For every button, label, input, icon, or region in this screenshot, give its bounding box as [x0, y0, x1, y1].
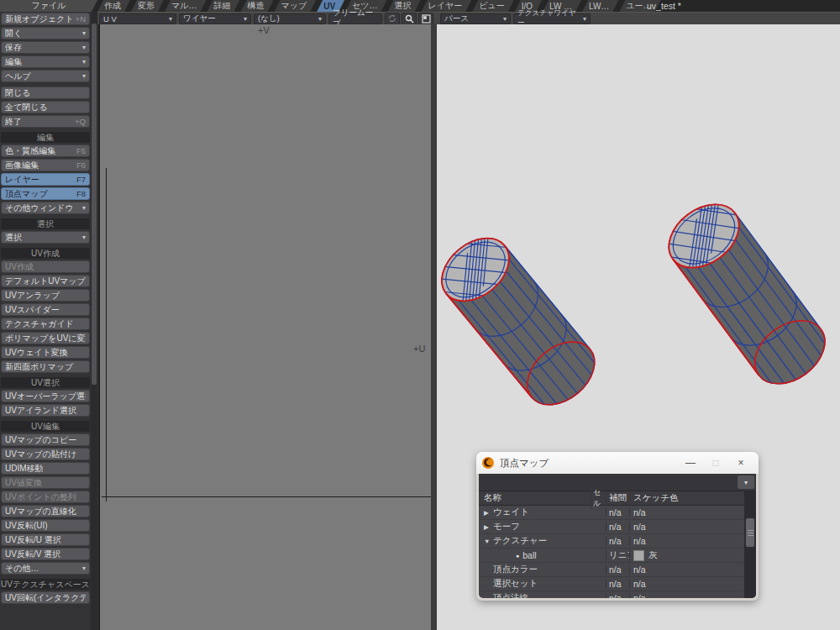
menu-tab[interactable]: レイヤー: [422, 0, 472, 12]
sidebar-item[interactable]: UVアンラップ: [1, 289, 90, 302]
sidebar-item-label: 頂点マップ: [5, 188, 75, 200]
vertex-map-scroll-thumb[interactable]: [746, 518, 754, 547]
layer-icon[interactable]: [418, 13, 433, 25]
sidebar-item[interactable]: UDIM移動: [1, 462, 90, 475]
column-header-name[interactable]: 名称: [479, 492, 591, 504]
sidebar-item[interactable]: その他ウィンドウ▾: [1, 202, 90, 214]
sidebar-item[interactable]: UV反転/V 選択: [1, 548, 90, 560]
viewport-divider[interactable]: [431, 24, 437, 630]
texture-wire-dropdown[interactable]: テクスチャワイヤー ▾: [513, 13, 591, 24]
menu-tab[interactable]: 構造: [240, 0, 273, 12]
sidebar-item[interactable]: UVマップのコピー: [1, 433, 90, 446]
sidebar-item[interactable]: 新四面ポリマップ: [1, 360, 90, 373]
magnifier-icon[interactable]: [402, 13, 417, 25]
vertex-map-scrollbar[interactable]: [744, 491, 756, 598]
freemove-button[interactable]: フリームーブ: [328, 13, 382, 24]
chevron-down-icon: ▾: [503, 15, 507, 23]
sidebar-item[interactable]: ポリマップをUVに変換: [1, 332, 90, 344]
table-row[interactable]: ▼テクスチャーn/an/a: [479, 534, 744, 549]
chevron-collapsed-icon[interactable]: ▶: [484, 509, 493, 517]
column-header-interp[interactable]: 補間: [606, 492, 629, 504]
menu-tab[interactable]: ビュー: [472, 0, 513, 12]
sidebar-item[interactable]: 終了+Q: [1, 115, 90, 128]
table-row[interactable]: ●ballリニア灰: [479, 549, 744, 563]
view-mode-dropdown[interactable]: U V ▾: [99, 13, 176, 24]
image-value: (なし): [258, 13, 280, 24]
sidebar-item[interactable]: 開く▾: [1, 27, 90, 39]
sidebar-item[interactable]: 頂点マップF8: [1, 187, 90, 200]
menu-tab[interactable]: マル…: [165, 0, 206, 12]
sidebar-item-label: UV値変換: [5, 477, 86, 489]
menu-tab[interactable]: 詳細: [207, 0, 239, 12]
row-name-label: 頂点法線: [493, 592, 528, 598]
sync-icon[interactable]: [385, 13, 400, 25]
minimize-icon[interactable]: —: [678, 454, 703, 471]
wireframe-dropdown[interactable]: ワイヤー ▾: [179, 13, 251, 24]
wireframe-value: ワイヤー: [183, 13, 216, 24]
uv-viewport[interactable]: +V +U: [98, 24, 433, 630]
chevron-down-icon: ▾: [82, 564, 86, 572]
color-swatch[interactable]: [633, 550, 644, 561]
sidebar-item[interactable]: その他…▾: [1, 562, 90, 575]
sidebar-item[interactable]: デフォルトUVマップ設定: [1, 275, 90, 287]
vertex-map-window[interactable]: 頂点マップ — □ × ▾ 名称 セル 補間 スケッチ色 ▶ウェイトn/an/a…: [476, 452, 759, 601]
column-header-sketch[interactable]: スケッチ色: [629, 492, 744, 504]
sidebar-item[interactable]: 編集▾: [1, 55, 90, 68]
sidebar-group-header: UVテクスチャスペース: [1, 579, 90, 590]
close-icon[interactable]: ×: [728, 454, 753, 471]
sidebar-scroll-thumb[interactable]: [92, 24, 97, 385]
sidebar-group: 選択選択▾: [1, 218, 90, 244]
table-row[interactable]: ▶ウェイトn/an/a: [479, 506, 744, 520]
sidebar-item[interactable]: 画像編集F6: [1, 159, 90, 171]
menu-tab-file[interactable]: ファイル: [0, 0, 97, 12]
bullet-icon: ●: [516, 553, 519, 559]
menu-tab[interactable]: マップ: [274, 0, 316, 12]
table-row[interactable]: ▶モーフn/an/a: [479, 520, 744, 534]
menu-tab[interactable]: LW…: [582, 0, 618, 12]
chevron-expanded-icon[interactable]: ▼: [484, 538, 493, 545]
sidebar-item: UVポイントの整列: [1, 491, 90, 503]
row-sketch-label: n/a: [633, 579, 646, 589]
sidebar-item[interactable]: UVウェイト変換: [1, 346, 90, 359]
sidebar-item[interactable]: UV反転/U 選択: [1, 533, 90, 546]
sidebar-group: UV編集UVマップのコピーUVマップの貼付けUDIM移動UV値変換UVポイントの…: [1, 421, 90, 575]
maximize-icon[interactable]: □: [703, 454, 728, 471]
menu-tab[interactable]: 変形: [131, 0, 164, 12]
sidebar-item[interactable]: UV回転(インタラクティブ): [1, 591, 90, 604]
sidebar-item[interactable]: 閉じる: [1, 87, 90, 99]
vertex-map-dropdown-button[interactable]: ▾: [738, 475, 754, 489]
sidebar-item-label: ヘルプ: [5, 71, 81, 82]
sidebar-item: UV値変換: [1, 476, 90, 489]
sidebar-scrollbar[interactable]: [91, 12, 97, 630]
sidebar-item[interactable]: UVアイランド選択: [1, 404, 90, 417]
sidebar-item[interactable]: UVマップの貼付け: [1, 448, 90, 460]
sidebar-item[interactable]: 保存▾: [1, 41, 90, 54]
sidebar-item[interactable]: テクスチャガイド: [1, 318, 90, 330]
menu-tab[interactable]: 作成: [97, 0, 130, 12]
vertex-map-body: ▾ 名称 セル 補間 スケッチ色 ▶ウェイトn/an/a▶モーフn/an/a▼テ…: [479, 474, 756, 598]
sidebar-item[interactable]: UVスパイダー: [1, 303, 90, 316]
sidebar-item-label: UV反転/U 選択: [5, 534, 86, 546]
sidebar-item[interactable]: UV反転(UI): [1, 519, 90, 532]
sidebar-item[interactable]: 選択▾: [1, 231, 90, 244]
sidebar-item-label: 開く: [5, 28, 81, 39]
shortcut-label: +N: [76, 14, 86, 24]
row-interp-cell: n/a: [606, 536, 629, 546]
row-name-label: テクスチャー: [493, 535, 547, 547]
sidebar-item[interactable]: 色・質感編集F5: [1, 144, 90, 157]
sidebar-item[interactable]: 新規オブジェクト+N: [1, 13, 90, 25]
vertex-map-titlebar[interactable]: 頂点マップ — □ ×: [476, 452, 759, 474]
table-row[interactable]: 頂点法線n/an/a: [479, 591, 744, 598]
sidebar-item[interactable]: レイヤーF7: [1, 173, 90, 186]
chevron-collapsed-icon[interactable]: ▶: [484, 523, 493, 531]
sidebar-item-label: 編集: [5, 56, 81, 68]
sidebar-item[interactable]: ヘルプ▾: [1, 70, 90, 82]
table-row[interactable]: 選択セットn/an/a: [479, 577, 744, 591]
table-row[interactable]: 頂点カラーn/an/a: [479, 563, 744, 577]
sidebar-item[interactable]: UVオーバーラップ選択: [1, 390, 90, 402]
menu-tab[interactable]: 選択: [388, 0, 421, 12]
perspective-dropdown[interactable]: パース ▾: [440, 13, 511, 24]
image-dropdown[interactable]: (なし) ▾: [254, 13, 326, 24]
sidebar-item[interactable]: UVマップの直線化: [1, 505, 90, 517]
sidebar-item[interactable]: 全て閉じる: [1, 101, 90, 113]
